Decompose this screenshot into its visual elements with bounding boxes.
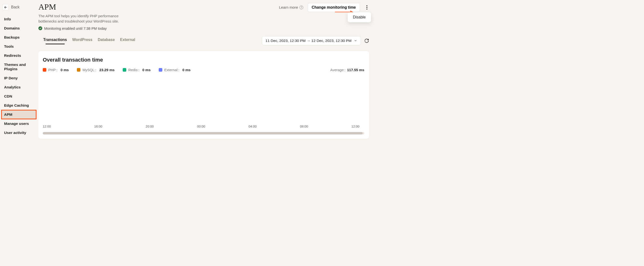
xaxis-tick: 08:00 [300, 125, 351, 128]
chart-xaxis: 12:0016:0020:0000:0004:0008:0012:00 [43, 125, 364, 128]
legend-swatch [159, 68, 162, 72]
legend-swatch [123, 68, 126, 72]
legend-row: PHP::0 msMySQL::23.29 msRedis::0 msExter… [43, 68, 364, 72]
legend-item-php: PHP::0 ms [43, 68, 69, 72]
svg-point-2 [366, 7, 368, 8]
date-range-text: 11 Dec, 2023, 12:30 PM → 12 Dec, 2023, 1… [266, 39, 352, 43]
legend-label: Redis:: [128, 68, 140, 72]
legend-value: 23.29 ms [100, 68, 114, 72]
sidebar-item-tools[interactable]: Tools [0, 42, 37, 51]
xaxis-tick: 12:00 [43, 125, 94, 128]
refresh-button[interactable] [364, 38, 369, 43]
date-range-picker[interactable]: 11 Dec, 2023, 12:30 PM → 12 Dec, 2023, 1… [262, 36, 361, 45]
sidebar-nav: InfoDomainsBackupsToolsRedirectsThemes a… [0, 15, 37, 137]
tab-wordpress[interactable]: WordPress [72, 38, 92, 44]
xaxis-tick: 04:00 [248, 125, 300, 128]
sidebar-item-backups[interactable]: Backups [0, 33, 37, 42]
sidebar-item-analytics[interactable]: Analytics [0, 83, 37, 92]
sidebar-item-ip-deny[interactable]: IP Deny [0, 74, 37, 83]
transaction-time-card: Overall transaction time PHP::0 msMySQL:… [38, 51, 369, 139]
legend-right: Average:: 117.55 ms [330, 68, 364, 72]
legend-item-mysql: MySQL::23.29 ms [77, 68, 114, 72]
sidebar-item-manage-users[interactable]: Manage users [0, 119, 37, 128]
sidebar-item-info[interactable]: Info [0, 15, 37, 24]
back-row: Back [0, 3, 37, 15]
legend-left: PHP::0 msMySQL::23.29 msRedis::0 msExter… [43, 68, 191, 72]
dots-vertical-icon [366, 5, 368, 9]
kebab-dropdown: Disable [348, 12, 371, 22]
legend-item-redis: Redis::0 ms [123, 68, 150, 72]
xaxis-tick: 20:00 [146, 125, 197, 128]
svg-point-1 [366, 5, 368, 6]
sidebar-item-edge-caching[interactable]: Edge Caching [0, 101, 37, 110]
back-button[interactable] [2, 4, 9, 10]
disable-menu-item[interactable]: Disable [353, 15, 366, 19]
chart-scrollbar[interactable] [43, 132, 364, 134]
xaxis-tick: 12:00 [349, 125, 362, 128]
legend-swatch [77, 68, 80, 72]
page-description: The APM tool helps you identify PHP perf… [38, 13, 127, 24]
date-area: 11 Dec, 2023, 12:30 PM → 12 Dec, 2023, 1… [262, 36, 369, 45]
xaxis-tick: 00:00 [197, 125, 248, 128]
kebab-menu-button[interactable] [364, 4, 370, 11]
refresh-icon [364, 38, 369, 43]
sidebar-item-user-activity[interactable]: User activity [0, 128, 37, 137]
xaxis-tick: 16:00 [94, 125, 146, 128]
help-icon: ? [300, 5, 303, 9]
header-actions: Learn more ? Change monitoring time Disa… [279, 3, 370, 12]
chart-area [43, 75, 364, 123]
legend-value: 0 ms [182, 68, 190, 72]
scrollbar-thumb[interactable] [43, 132, 362, 134]
chevron-down-icon [354, 39, 357, 42]
tabs: TransactionsWordPressDatabaseExternal [38, 38, 135, 44]
tab-external[interactable]: External [120, 38, 135, 44]
legend-value: 0 ms [142, 68, 150, 72]
svg-point-3 [366, 9, 368, 9]
legend-label: External:: [164, 68, 179, 72]
sidebar-item-redirects[interactable]: Redirects [0, 51, 37, 60]
card-title: Overall transaction time [43, 57, 364, 63]
legend-swatch [43, 68, 46, 72]
legend-label: MySQL:: [82, 68, 96, 72]
monitoring-status-row: Monitoring enabled until 7:38 PM today [38, 26, 376, 30]
sidebar-item-domains[interactable]: Domains [0, 24, 37, 33]
back-label: Back [11, 5, 20, 9]
check-circle-icon [38, 26, 42, 30]
learn-more-label: Learn more [279, 5, 298, 9]
sidebar-item-apm[interactable]: APM [2, 110, 36, 119]
arrow-left-icon [4, 5, 8, 9]
sidebar-item-themes-and-plugins[interactable]: Themes and Plugins [0, 60, 37, 74]
main: Learn more ? Change monitoring time Disa… [38, 0, 376, 139]
legend-value: 0 ms [60, 68, 69, 72]
chart-bars [43, 75, 364, 123]
average-label: Average:: [330, 68, 346, 72]
kebab-wrapper: Disable [364, 4, 370, 11]
sidebar: Back InfoDomainsBackupsToolsRedirectsThe… [0, 0, 37, 137]
tabs-row: TransactionsWordPressDatabaseExternal 11… [38, 36, 376, 45]
legend-item-external: External::0 ms [159, 68, 191, 72]
sidebar-item-cdn[interactable]: CDN [0, 92, 37, 101]
learn-more-link[interactable]: Learn more ? [279, 5, 303, 9]
average-value: 117.55 ms [347, 68, 364, 72]
tab-transactions[interactable]: Transactions [43, 38, 67, 44]
legend-label: PHP:: [48, 68, 58, 72]
tab-database[interactable]: Database [98, 38, 115, 44]
monitoring-status-text: Monitoring enabled until 7:38 PM today [44, 26, 106, 30]
